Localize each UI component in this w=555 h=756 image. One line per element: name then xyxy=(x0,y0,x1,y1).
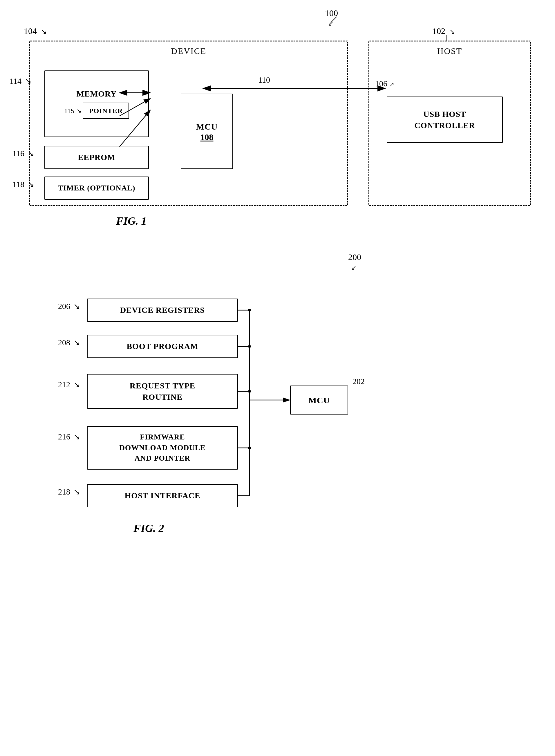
ref-208: 208 ↘ xyxy=(58,338,80,347)
mcu-label-fig1: MCU xyxy=(196,121,218,132)
pointer-box: POINTER xyxy=(83,103,129,119)
ref-206: 206 ↘ xyxy=(58,301,80,311)
usb-host-controller-box: USB HOST CONTROLLER xyxy=(387,97,503,143)
ref-114: 114 ↘ xyxy=(9,76,31,86)
ref-116: 116 ↘ xyxy=(12,149,34,158)
ref-212: 212 ↘ xyxy=(58,380,80,389)
firmware-download-label: FIRMWARE DOWNLOAD MODULE AND POINTER xyxy=(119,432,205,464)
request-type-routine-box: REQUEST TYPE ROUTINE xyxy=(87,374,238,409)
device-registers-box: DEVICE REGISTERS xyxy=(87,298,238,322)
request-type-routine-label: REQUEST TYPE ROUTINE xyxy=(130,380,195,403)
ref-202: 202 xyxy=(352,377,365,386)
mcu-box-fig2: MCU xyxy=(290,385,348,415)
svg-point-20 xyxy=(248,446,251,449)
ref-102: 102 ↘ xyxy=(432,26,455,36)
ref-218: 218 ↘ xyxy=(58,487,80,497)
host-interface-label: HOST INTERFACE xyxy=(124,490,200,501)
ref-115: 115 xyxy=(64,107,74,115)
device-label: DEVICE xyxy=(171,46,206,56)
svg-point-16 xyxy=(248,345,251,348)
ref-118: 118 ↘ xyxy=(12,180,34,189)
mcu-box-fig1: MCU 108 xyxy=(181,94,233,169)
ref-106: 106 ↗ xyxy=(375,79,394,88)
boot-program-label: BOOT PROGRAM xyxy=(127,341,198,351)
fig2-caption: FIG. 2 xyxy=(133,522,164,534)
pointer-label: POINTER xyxy=(89,106,123,115)
device-box: DEVICE 114 ↘ MEMORY 115 ↘ POINTER xyxy=(29,41,348,206)
host-interface-box: HOST INTERFACE xyxy=(87,484,238,507)
ref-100: 100 ↙ xyxy=(325,8,338,28)
timer-label: TIMER (OPTIONAL) xyxy=(58,183,135,193)
memory-box: MEMORY 115 ↘ POINTER xyxy=(44,70,149,137)
timer-box: TIMER (OPTIONAL) xyxy=(44,177,149,200)
svg-point-18 xyxy=(248,390,251,393)
device-registers-label: DEVICE REGISTERS xyxy=(120,305,205,315)
ref-200: 200 ↙ xyxy=(348,252,361,272)
eeprom-label: EEPROM xyxy=(78,152,116,162)
page: 100 ↙ 104 ↘ 102 ↘ DEVICE 114 ↘ MEMORY 11… xyxy=(0,0,555,756)
host-label: HOST xyxy=(437,46,462,56)
firmware-download-box: FIRMWARE DOWNLOAD MODULE AND POINTER xyxy=(87,426,238,470)
fig1-caption: FIG. 1 xyxy=(116,215,147,227)
svg-point-14 xyxy=(248,309,251,312)
ref-216: 216 ↘ xyxy=(58,432,80,441)
usb-host-controller-label: USB HOST CONTROLLER xyxy=(414,108,475,131)
boot-program-box: BOOT PROGRAM xyxy=(87,335,238,358)
host-box: HOST 106 ↗ USB HOST CONTROLLER xyxy=(369,41,531,206)
mcu-label-fig2: MCU xyxy=(308,394,330,406)
ref-104: 104 ↘ xyxy=(24,26,47,36)
eeprom-box: EEPROM xyxy=(44,146,149,169)
memory-label: MEMORY xyxy=(64,89,129,99)
